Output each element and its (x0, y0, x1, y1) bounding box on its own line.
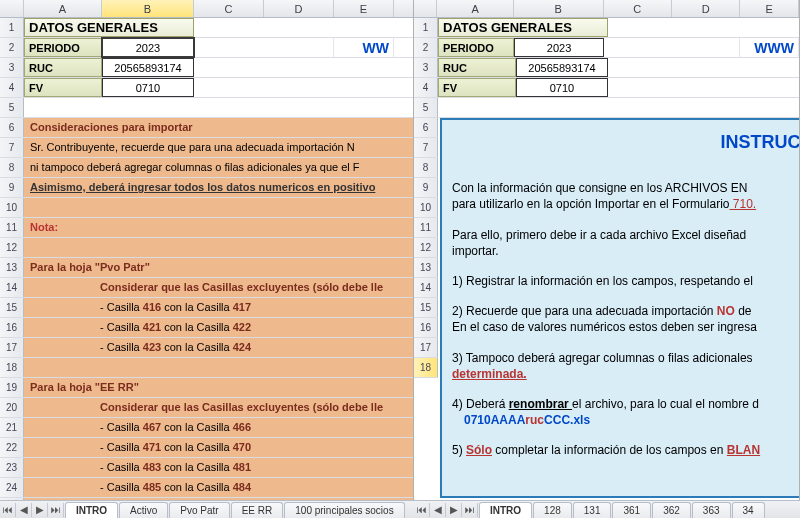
ruc-value[interactable]: 20565893174 (102, 58, 194, 77)
fv-label[interactable]: FV (24, 78, 102, 97)
col-c[interactable]: C (194, 0, 264, 17)
tab-last-icon[interactable]: ⏭ (462, 503, 478, 517)
col-d[interactable]: D (264, 0, 334, 17)
www-link[interactable]: WW (334, 38, 394, 57)
col-headers-right: A B C D E (414, 0, 799, 18)
tab-first-icon[interactable]: ⏮ (414, 503, 430, 517)
tab-first-icon[interactable]: ⏮ (0, 503, 16, 517)
tab-activo[interactable]: Activo (119, 502, 168, 518)
col-headers-left: A B C D E (0, 0, 413, 18)
tab-100-socios[interactable]: 100 principales socios (284, 502, 404, 518)
grid-left: 1 DATOS GENERALES 2 PERIODO 2023 WW 3 RU… (0, 18, 413, 500)
tab-intro[interactable]: INTRO (479, 502, 532, 518)
col-e[interactable]: E (334, 0, 394, 17)
tab-pvo-patr[interactable]: Pvo Patr (169, 502, 229, 518)
tab-363[interactable]: 363 (692, 502, 731, 518)
periodo-label[interactable]: PERIODO (24, 38, 102, 57)
col-a[interactable]: A (24, 0, 102, 17)
sheet-tabs-left: ⏮ ◀ ▶ ⏭ INTRO Activo Pvo Patr EE RR 100 … (0, 500, 414, 518)
ruc-label[interactable]: RUC (24, 58, 102, 77)
periodo-value[interactable]: 2023 (102, 38, 194, 57)
left-pane: A B C D E 1 DATOS GENERALES 2 PERIODO 20… (0, 0, 414, 500)
instruction-box: INSTRUCCI Con la información que consign… (440, 118, 800, 498)
tab-ee-rr[interactable]: EE RR (231, 502, 284, 518)
title-cell[interactable]: DATOS GENERALES (438, 18, 608, 37)
rowh[interactable]: 4 (0, 78, 24, 97)
fv-value[interactable]: 0710 (102, 78, 194, 97)
rowh[interactable]: 1 (0, 18, 24, 37)
sheet-tabs-right: ⏮ ◀ ▶ ⏭ INTRO 128 131 361 362 363 34 (414, 500, 800, 518)
rowh[interactable]: 3 (0, 58, 24, 77)
tab-next-icon[interactable]: ▶ (32, 503, 48, 517)
tab-131[interactable]: 131 (573, 502, 612, 518)
tab-362[interactable]: 362 (652, 502, 691, 518)
tab-next-icon[interactable]: ▶ (446, 503, 462, 517)
tab-34[interactable]: 34 (732, 502, 765, 518)
title-cell[interactable]: DATOS GENERALES (24, 18, 194, 37)
www-link[interactable]: WWW (740, 38, 799, 57)
tab-361[interactable]: 361 (612, 502, 651, 518)
rowh[interactable]: 2 (0, 38, 24, 57)
col-b[interactable]: B (102, 0, 194, 17)
tab-last-icon[interactable]: ⏭ (48, 503, 64, 517)
tab-intro[interactable]: INTRO (65, 502, 118, 518)
text: Sr. Contribuyente, recuerde que para una… (30, 141, 355, 153)
right-pane: A B C D E 1 DATOS GENERALES 2 PERIODO 20… (414, 0, 800, 500)
tab-prev-icon[interactable]: ◀ (430, 503, 446, 517)
corner[interactable] (0, 0, 24, 17)
text: Consideraciones para importar (30, 121, 193, 133)
tab-prev-icon[interactable]: ◀ (16, 503, 32, 517)
tab-128[interactable]: 128 (533, 502, 572, 518)
instr-heading: INSTRUCCI (452, 120, 800, 160)
grid-right: 1 DATOS GENERALES 2 PERIODO 2023 WWW 3 R… (414, 18, 799, 118)
